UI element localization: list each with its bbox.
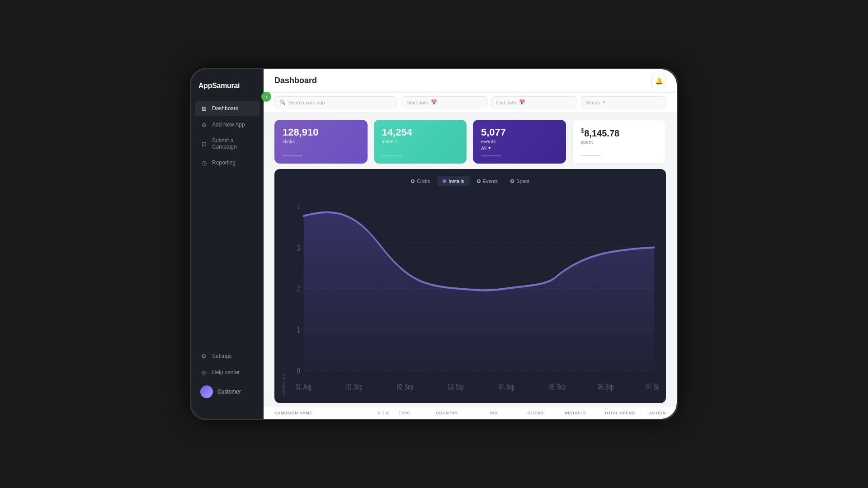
clicks-label: clicks [283,139,359,144]
th-bid: BID [490,411,523,415]
spent-bar [581,155,601,156]
events-dropdown[interactable]: All ▾ [481,145,558,151]
end-date-input[interactable]: End date 📅 [491,96,576,108]
th-installs: INSTALLS [565,411,598,415]
installs-tab-label: Installs [448,178,464,184]
sidebar: AppSamurai ⊞ Dashboard ⊕ Add New App ⊡ S… [191,69,264,419]
table-header: CAMPAIGN NAME S T A TYPE COUNTRY BID CLI… [264,407,677,419]
chart-tab-events[interactable]: Events [472,176,504,186]
sidebar-item-label: Settings [212,353,231,359]
settings-icon: ⚙ [200,352,208,360]
installs-tab-dot [443,179,446,183]
stat-card-installs: 14,254 installs [374,120,467,164]
spent-tab-label: Spent [516,178,529,184]
nav-section: ⊞ Dashboard ⊕ Add New App ⊡ Submit a Cam… [191,101,264,348]
calendar-icon: 📅 [431,99,437,105]
svg-text:3: 3 [297,243,300,253]
th-type: TYPE [399,411,432,415]
bottom-nav: ⚙ Settings ◎ Help center Customer [191,348,264,410]
sidebar-item-add-new-app[interactable]: ⊕ Add New App [195,117,260,132]
clicks-value: 128,910 [283,127,359,138]
events-tab-label: Events [483,178,498,184]
reporting-icon: ◷ [200,159,208,166]
chart-tab-spent[interactable]: Spent [505,176,535,186]
events-label: events [481,139,558,144]
username: Customer [217,389,241,395]
calendar-icon-2: 📅 [519,99,525,105]
stats-row: 128,910 clicks 14,254 installs 5,077 eve… [264,113,677,167]
filters-bar: 🔍 Search your app Start date 📅 End date … [264,93,677,113]
th-clicks: CLICKS [527,411,560,415]
th-action: ACTION [640,411,666,415]
chart-area: INSTALLS 4 3 2 1 0 [282,191,659,396]
notification-bell-button[interactable]: 🔔 [651,74,666,88]
svg-text:03. Sep: 03. Sep [448,382,464,391]
page-title: Dashboard [274,76,317,85]
clicks-tab-label: Clicks [417,178,430,184]
dashboard-icon: ⊞ [200,105,208,112]
status-dropdown[interactable]: Status ▾ [581,96,666,108]
events-dropdown-value: All [481,145,486,151]
start-date-label: Start date [406,100,428,105]
installs-label: installs [382,139,459,144]
search-icon: 🔍 [279,99,286,105]
status-label: Status [586,100,600,105]
svg-text:4: 4 [297,202,300,211]
sidebar-item-label: Submit a Campaign [212,137,255,150]
chart-tab-clicks[interactable]: Clicks [406,176,435,186]
svg-text:0: 0 [297,366,300,375]
events-dropdown-arrow: ▾ [488,145,491,151]
stat-card-clicks: 128,910 clicks [274,120,368,164]
end-date-label: End date [496,100,516,105]
th-sta: S T A [377,411,394,415]
add-app-icon: ⊕ [200,121,208,128]
svg-text:1: 1 [297,325,300,334]
events-value: 5,077 [481,127,558,138]
events-bar [481,155,501,156]
svg-text:06. Sep: 06. Sep [598,382,613,391]
sidebar-item-help-center[interactable]: ◎ Help center [195,365,260,380]
sidebar-item-submit-campaign[interactable]: ⊡ Submit a Campaign [195,133,260,154]
search-placeholder: Search your app [288,100,325,105]
th-total-spend: TOTAL SPEND [602,411,635,415]
sidebar-item-dashboard[interactable]: ⊞ Dashboard [195,101,260,116]
clicks-bar [283,155,302,156]
sidebar-item-label: Dashboard [212,105,239,112]
events-tab-dot [477,179,481,183]
svg-text:05. Sep: 05. Sep [549,382,565,391]
installs-bar [382,155,402,156]
sidebar-collapse-button[interactable]: ‹ [261,92,271,102]
sidebar-item-reporting[interactable]: ◷ Reporting [195,155,260,170]
svg-text:2: 2 [297,284,300,294]
submit-campaign-icon: ⊡ [200,140,208,147]
search-input[interactable]: 🔍 Search your app [274,96,397,108]
y-axis-label: INSTALLS [282,191,286,396]
header: Dashboard 🔔 [264,69,677,93]
th-country: COUNTRY [436,411,486,415]
installs-value: 14,254 [382,127,459,138]
chart-svg: 4 3 2 1 0 [290,191,659,396]
sidebar-item-label: Add New App [212,122,245,128]
svg-text:31. Aug: 31. Aug [296,382,311,391]
spent-value: $8,145.78 [581,127,658,138]
spent-tab-dot [510,179,514,183]
user-section: Customer [195,381,260,403]
chart-tab-installs[interactable]: Installs [437,176,469,186]
svg-text:02. Sep: 02. Sep [397,382,413,391]
sidebar-item-label: Reporting [212,160,236,166]
chart-inner: 4 3 2 1 0 [290,191,659,396]
clicks-tab-dot [411,179,415,183]
chart-tabs: Clicks Installs Events Spent [282,176,659,186]
svg-text:04. Sep: 04. Sep [499,382,514,391]
start-date-input[interactable]: Start date 📅 [401,96,486,108]
th-campaign-name: CAMPAIGN NAME [274,411,373,415]
chevron-down-icon: ▾ [603,99,605,105]
sidebar-item-label: Help center [212,369,240,375]
app-logo: AppSamurai [191,78,264,101]
avatar [200,385,213,398]
chart-container: Clicks Installs Events Spent INSTALLS [274,169,666,403]
stat-card-events: 5,077 events All ▾ [473,120,566,164]
help-icon: ◎ [200,369,208,376]
spent-label: spent [581,139,658,145]
sidebar-item-settings[interactable]: ⚙ Settings [195,348,260,364]
